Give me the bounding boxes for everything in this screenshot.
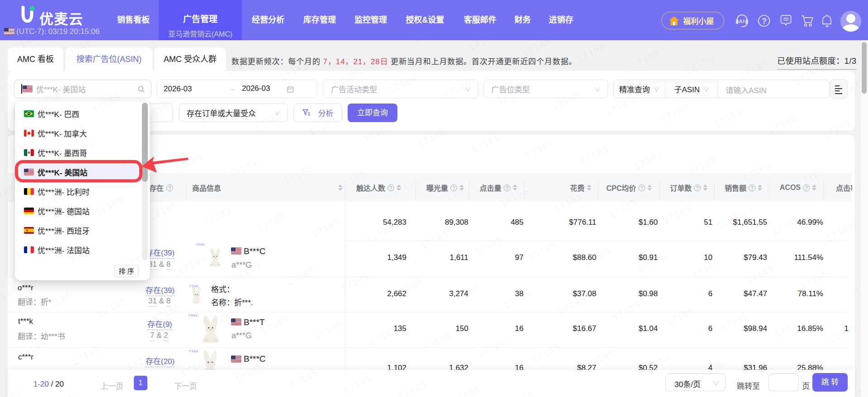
svg-text:?: ? — [762, 17, 767, 26]
svg-text:AI: AI — [739, 19, 745, 24]
